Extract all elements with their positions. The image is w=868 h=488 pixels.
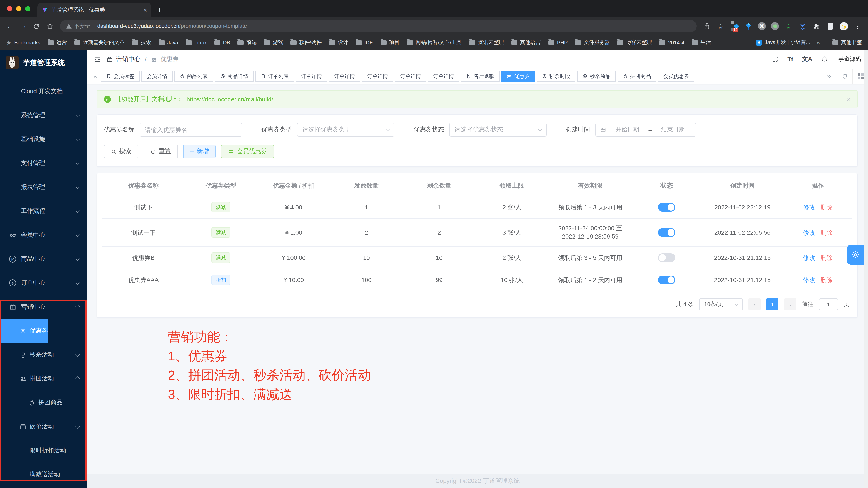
bookmark-folder[interactable]: 2014-4 — [659, 39, 684, 46]
tag-order-list[interactable]: 订单列表 — [255, 70, 294, 82]
reset-button[interactable]: 重置 — [144, 145, 178, 159]
status-toggle[interactable] — [658, 276, 675, 284]
sidebar-item-marketing-center[interactable]: 营销中心 — [0, 295, 87, 319]
share-icon[interactable] — [702, 22, 711, 30]
sidebar-item-time-discount[interactable]: 限时折扣活动 — [0, 438, 87, 462]
bookmark-folder[interactable]: 文件服务器 — [575, 39, 610, 46]
minimize-window-button[interactable] — [16, 6, 21, 11]
kite-extension-icon[interactable] — [744, 22, 753, 30]
fullscreen-icon[interactable] — [772, 56, 779, 63]
tag-product-list[interactable]: 商品列表 — [175, 70, 213, 82]
tags-scroll-left-icon[interactable]: « — [90, 73, 101, 80]
bookmark-folder[interactable]: Java — [158, 39, 178, 46]
edit-link[interactable]: 修改 — [803, 229, 815, 236]
sidebar-item-product-center[interactable]: P 商品中心 — [0, 247, 87, 271]
sidebar-item-order-center[interactable]: e 订单中心 — [0, 271, 87, 295]
home-icon[interactable] — [46, 23, 54, 30]
extensions-puzzle-icon[interactable] — [812, 22, 820, 30]
create-time-range-picker[interactable]: 开始日期 – 结束日期 — [595, 123, 696, 137]
zoom-window-button[interactable] — [25, 6, 30, 11]
alert-close-icon[interactable]: × — [846, 95, 850, 103]
sidebar-item-bargain[interactable]: 砍价活动 — [0, 414, 87, 438]
new-tab-button[interactable]: + — [157, 6, 162, 15]
bookmark-folder[interactable]: 搜索 — [132, 39, 151, 46]
address-bar[interactable]: 不安全 | dashboard-vue3.yudao.iocoder.cn/pr… — [60, 20, 697, 32]
tag-order-detail[interactable]: 订单详情 — [296, 70, 327, 82]
bookmark-folder[interactable]: PHP — [548, 39, 567, 46]
tag-order-detail[interactable]: 订单详情 — [395, 70, 426, 82]
tag-coupon-active[interactable]: 优惠券 — [501, 70, 535, 82]
tag-order-detail[interactable]: 订单详情 — [428, 70, 459, 82]
sidebar-item-group-product[interactable]: 拼团商品 — [0, 391, 87, 414]
member-coupon-button[interactable]: 会员优惠券 — [221, 145, 274, 159]
bookmark-folder[interactable]: 设计 — [329, 39, 348, 46]
sidebar-item-workflow[interactable]: 工作流程 — [0, 199, 87, 223]
current-page-button[interactable]: 1 — [766, 298, 778, 310]
bookmark-folder[interactable]: IDE — [355, 39, 373, 46]
theme-settings-button[interactable] — [847, 245, 864, 265]
tab-close-icon[interactable]: × — [144, 6, 147, 13]
goto-page-input[interactable] — [819, 298, 838, 310]
edit-link[interactable]: 修改 — [803, 254, 815, 261]
bookmark-folder[interactable]: 前端 — [238, 39, 257, 46]
coupon-type-select[interactable]: 请选择优惠券类型 — [297, 123, 395, 137]
coupon-status-select[interactable]: 请选择优惠券状态 — [449, 123, 547, 137]
sidebar-item-member-center[interactable]: 会员中心 — [0, 223, 87, 247]
bookmark-folder[interactable]: 近期需要读的文章 — [74, 39, 125, 46]
star-extension-icon[interactable]: ☆ — [784, 22, 793, 30]
add-button[interactable]: +新增 — [183, 145, 216, 159]
bookmark-star-icon[interactable]: ☆ — [716, 22, 725, 30]
profile-avatar[interactable]: ☺ — [840, 22, 848, 30]
status-toggle[interactable] — [658, 203, 675, 211]
status-toggle[interactable] — [658, 228, 675, 237]
close-window-button[interactable] — [7, 6, 12, 11]
back-icon[interactable]: ← — [6, 22, 14, 30]
bell-icon[interactable] — [821, 56, 828, 63]
tag-member-label[interactable]: 会员标签 — [101, 70, 140, 82]
tags-refresh-icon[interactable] — [837, 68, 852, 84]
tag-order-detail[interactable]: 订单详情 — [362, 70, 393, 82]
delete-link[interactable]: 删除 — [820, 203, 833, 210]
tag-refund[interactable]: 售后退款 — [461, 70, 500, 82]
bookmark-folder[interactable]: 项目 — [380, 39, 399, 46]
tag-member-detail[interactable]: 会员详情 — [141, 70, 173, 82]
bookmark-folder[interactable]: Linux — [186, 39, 207, 46]
delete-link[interactable]: 删除 — [820, 229, 833, 236]
tag-member-coupon[interactable]: 会员优惠券 — [658, 70, 694, 82]
bookmarks-overflow-icon[interactable]: » — [816, 39, 820, 46]
other-bookmarks[interactable]: 其他书签 — [832, 39, 862, 46]
breadcrumb-first[interactable]: 营销中心 — [116, 55, 141, 63]
bookmarks-manager[interactable]: ★Bookmarks — [6, 39, 40, 46]
font-size-icon[interactable]: Tt — [787, 56, 793, 63]
sidebar-item-payment[interactable]: 支付管理 — [0, 151, 87, 175]
sidebar-item-full-reduction[interactable]: 满减送活动 — [0, 462, 87, 486]
security-indicator[interactable]: 不安全 | — [66, 22, 94, 30]
sidebar-item-coupon[interactable]: 优惠券 — [0, 319, 48, 343]
edit-link[interactable]: 修改 — [803, 276, 815, 283]
bookmark-folder[interactable]: 运营 — [48, 39, 67, 46]
tags-scroll-right-icon[interactable]: » — [821, 68, 837, 84]
sidebar-item-group-buy[interactable]: 拼团活动 — [0, 367, 87, 391]
browser-menu-icon[interactable]: ⋮ — [853, 22, 862, 30]
bookmark-folder[interactable]: 生活 — [692, 39, 711, 46]
sidepanel-icon[interactable] — [826, 22, 835, 30]
tag-order-detail[interactable]: 订单详情 — [329, 70, 360, 82]
bookmark-folder[interactable]: 博客未整理 — [617, 39, 652, 46]
sidebar-item-report[interactable]: 报表管理 — [0, 175, 87, 199]
collapse-sidebar-icon[interactable] — [94, 56, 101, 63]
locale-icon[interactable]: 文A — [802, 55, 812, 63]
bookmark-folder[interactable]: 资讯未整理 — [469, 39, 504, 46]
tag-seckill-product[interactable]: 秒杀商品 — [577, 70, 616, 82]
command-extension-icon[interactable]: ⌘ — [758, 22, 766, 30]
double-chevron-extension-icon[interactable] — [798, 22, 807, 30]
record-extension-icon[interactable] — [771, 22, 779, 30]
tag-product-detail[interactable]: 商品详情 — [215, 70, 253, 82]
forward-icon[interactable]: → — [20, 22, 27, 30]
alert-doc-link[interactable]: https://doc.iocoder.cn/mall/build/ — [187, 96, 273, 103]
sidebar-item-infra[interactable]: 基础设施 — [0, 127, 87, 151]
bookmark-folder[interactable]: 游戏 — [264, 39, 283, 46]
sidebar-item-system[interactable]: 系统管理 — [0, 103, 87, 127]
prev-page-button[interactable]: ‹ — [748, 298, 761, 310]
status-toggle[interactable] — [658, 253, 675, 262]
app-logo[interactable]: 芋道管理系统 — [0, 50, 87, 76]
